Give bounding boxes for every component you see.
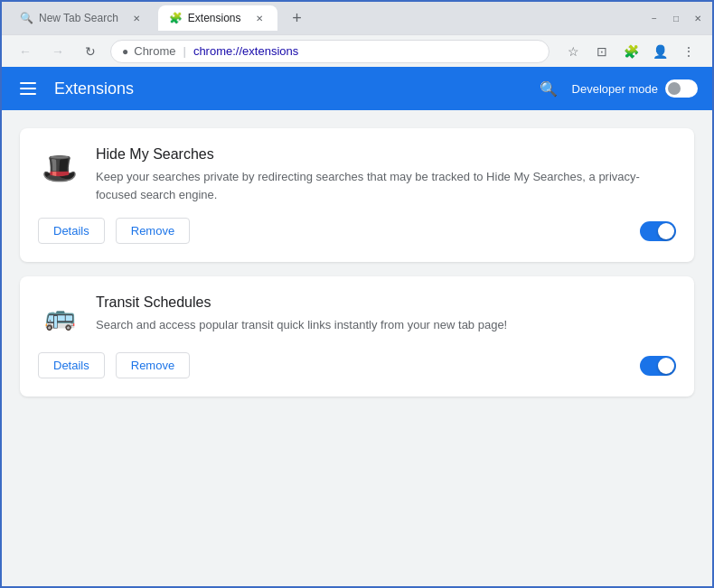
site-name: Chrome — [134, 44, 175, 58]
extension-card-hide-my-searches: 🎩 Hide My Searches Keep your searches pr… — [20, 128, 694, 262]
address-bar: ← → ↻ ● Chrome | chrome://extensions ☆ ⊡… — [2, 34, 712, 67]
extensions-header: Extensions 🔍 Developer mode — [2, 67, 712, 110]
back-button[interactable]: ← — [13, 39, 38, 64]
new-tab-button[interactable]: + — [285, 5, 310, 31]
hide-my-searches-toggle[interactable] — [640, 221, 676, 241]
close-button[interactable]: ✕ — [691, 11, 705, 25]
hide-my-searches-remove-button[interactable]: Remove — [116, 218, 190, 244]
tab-new-tab-search[interactable]: 🔍 New Tab Search ✕ — [9, 5, 155, 31]
extension-card-transit-schedules: 🚌 Transit Schedules Search and access po… — [20, 276, 694, 397]
toolbar-icons: ☆ ⊡ 🧩 👤 ⋮ — [560, 39, 701, 64]
minimize-button[interactable]: − — [647, 11, 662, 25]
transit-schedules-remove-button[interactable]: Remove — [116, 352, 190, 378]
extensions-content: 🎩 Hide My Searches Keep your searches pr… — [2, 110, 712, 586]
ext-card-footer-transit: Details Remove — [38, 352, 676, 378]
extensions-search-icon[interactable]: 🔍 — [540, 80, 558, 98]
ext-card-header-hide: 🎩 Hide My Searches Keep your searches pr… — [38, 146, 676, 203]
tab-search-icon: 🔍 — [20, 12, 33, 24]
tab-extensions[interactable]: 🧩 Extensions ✕ — [158, 5, 277, 31]
forward-button[interactable]: → — [45, 39, 70, 64]
reload-button[interactable]: ↻ — [78, 39, 103, 64]
developer-mode-toggle[interactable] — [665, 79, 698, 98]
transit-schedules-info: Transit Schedules Search and access popu… — [96, 294, 676, 334]
title-bar: 🔍 New Tab Search ✕ 🧩 Extensions ✕ + − □ … — [2, 2, 712, 34]
hide-my-searches-toggle-container — [640, 221, 676, 241]
maximize-button[interactable]: □ — [669, 11, 683, 25]
tab-extensions-close[interactable]: ✕ — [252, 11, 267, 25]
hamburger-menu[interactable] — [16, 79, 40, 98]
menu-icon[interactable]: ⋮ — [676, 39, 701, 64]
transit-schedules-details-button[interactable]: Details — [38, 352, 105, 378]
developer-mode-container: Developer mode — [572, 79, 698, 98]
tab-new-tab-search-label: New Tab Search — [39, 12, 118, 24]
hide-my-searches-name: Hide My Searches — [96, 146, 676, 163]
transit-schedules-toggle-container — [640, 356, 676, 376]
site-icon: ● — [122, 45, 128, 58]
hide-my-searches-icon: 🎩 — [38, 146, 81, 190]
tab-extensions-label: Extensions — [188, 12, 241, 24]
account-icon[interactable]: 👤 — [647, 39, 672, 64]
transit-schedules-name: Transit Schedules — [96, 294, 676, 311]
hide-my-searches-info: Hide My Searches Keep your searches priv… — [96, 146, 676, 203]
bookmark-icon[interactable]: ☆ — [560, 39, 586, 64]
tab-extensions-icon: 🧩 — [169, 12, 183, 24]
tab-new-tab-search-close[interactable]: ✕ — [129, 11, 144, 25]
transit-schedules-toggle[interactable] — [640, 356, 676, 376]
extensions-title: Extensions — [54, 79, 134, 98]
ext-card-header-transit: 🚌 Transit Schedules Search and access po… — [38, 294, 676, 338]
browser-window: 🔍 New Tab Search ✕ 🧩 Extensions ✕ + − □ … — [0, 0, 714, 588]
puzzle-icon[interactable]: 🧩 — [618, 39, 644, 64]
url-divider: | — [183, 44, 186, 58]
developer-mode-label: Developer mode — [572, 82, 658, 96]
hide-my-searches-details-button[interactable]: Details — [38, 218, 105, 244]
url-text: chrome://extensions — [193, 44, 298, 58]
save-icon[interactable]: ⊡ — [589, 39, 615, 64]
ext-card-footer-hide: Details Remove — [38, 218, 676, 244]
transit-schedules-desc: Search and access popular transit quick … — [96, 316, 676, 334]
url-bar[interactable]: ● Chrome | chrome://extensions — [110, 40, 550, 63]
window-controls: − □ ✕ — [647, 11, 705, 25]
transit-schedules-icon: 🚌 — [38, 294, 81, 338]
hide-my-searches-desc: Keep your searches private by redirectin… — [96, 168, 676, 203]
